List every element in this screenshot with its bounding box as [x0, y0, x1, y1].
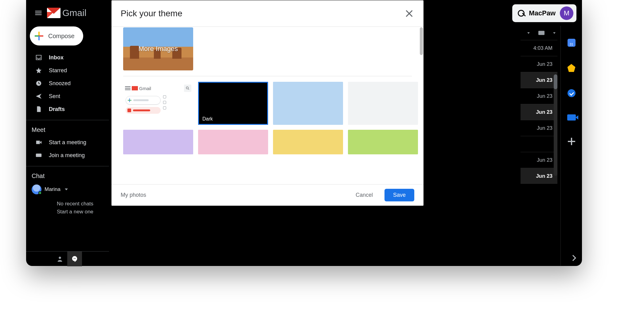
preview-checkbox — [163, 101, 166, 104]
tab-contacts[interactable] — [53, 252, 67, 266]
mail-scrollbar[interactable] — [554, 74, 557, 176]
theme-swatch-wasabi[interactable] — [348, 130, 418, 154]
clock-icon — [35, 80, 42, 87]
theme-grid: GmailDark — [123, 82, 412, 154]
theme-swatch-default[interactable]: Gmail — [123, 82, 193, 125]
mail-row[interactable]: Jun 23 — [521, 152, 557, 168]
svg-point-4 — [186, 87, 188, 89]
org-name: MacPaw — [529, 9, 556, 17]
chat-user-name: Marina — [45, 186, 60, 192]
meet-start-label: Start a meeting — [49, 139, 86, 146]
chat-header: Chat — [26, 166, 109, 182]
gmail-envelope-icon — [132, 86, 138, 90]
mail-row[interactable]: Jun 23 — [521, 168, 557, 184]
tab-phone[interactable] — [82, 252, 97, 266]
svg-rect-3 — [538, 31, 544, 35]
file-icon — [35, 106, 42, 113]
mail-list-column: 4:03 AMJun 23Jun 23Jun 23Jun 23Jun 23Jun… — [521, 26, 557, 184]
brand-text: Gmail — [62, 8, 86, 18]
more-images-tile[interactable]: More Images — [123, 27, 193, 70]
cancel-button[interactable]: Cancel — [353, 189, 376, 201]
inbox-icon — [35, 54, 42, 61]
sidebar-label: Inbox — [49, 54, 64, 61]
mail-row[interactable]: 4:03 AM — [521, 40, 557, 56]
hamburger-icon — [125, 86, 131, 90]
sidebar-item-inbox[interactable]: Inbox — [26, 51, 109, 64]
meet-header: Meet — [26, 120, 109, 136]
add-addon-icon[interactable] — [568, 138, 575, 145]
modal-body: More Images GmailDark — [111, 27, 423, 184]
plus-icon — [35, 32, 43, 40]
mail-row[interactable]: Jun 23 — [521, 56, 557, 72]
collapse-panel-icon[interactable] — [570, 255, 576, 261]
swatch-label: Dark — [202, 116, 213, 122]
theme-swatch-blue[interactable] — [273, 82, 343, 125]
gmail-envelope-icon — [47, 8, 60, 18]
close-button[interactable] — [404, 9, 414, 18]
my-photos-link[interactable]: My photos — [121, 192, 146, 198]
chat-empty-state: No recent chats Start a new one — [26, 194, 109, 216]
preview-brand: Gmail — [139, 86, 151, 91]
star-icon — [35, 67, 42, 74]
sidebar-item-sent[interactable]: Sent — [26, 90, 109, 103]
avatar[interactable]: M — [560, 6, 573, 20]
modal-footer: My photos Cancel Save — [111, 184, 423, 206]
tasks-icon[interactable] — [568, 89, 576, 97]
chevron-down-icon — [65, 188, 68, 190]
divider — [123, 76, 412, 76]
video-icon — [35, 139, 42, 146]
org-logo-icon — [518, 10, 525, 17]
theme-swatch-soft-gray[interactable] — [348, 82, 418, 125]
chat-empty-line1: No recent chats — [57, 200, 109, 208]
meet-start[interactable]: Start a meeting — [26, 136, 109, 149]
sidebar-label: Sent — [49, 93, 60, 100]
meet-icon[interactable] — [567, 114, 576, 121]
modal-header: Pick your theme — [111, 0, 423, 27]
sidebar-label: Drafts — [49, 106, 65, 113]
meet-join[interactable]: Join a meeting — [26, 149, 109, 162]
more-images-label: More Images — [123, 27, 193, 70]
theme-swatch-dark[interactable]: Dark — [198, 82, 268, 125]
hangouts-icon — [71, 256, 78, 262]
compose-button[interactable]: Compose — [30, 26, 83, 46]
presence-dot-icon — [38, 191, 42, 195]
chat-user-row[interactable]: Marina — [26, 182, 109, 194]
mail-row[interactable]: Jun 23 — [521, 88, 557, 104]
account-switcher[interactable]: MacPaw M — [512, 4, 576, 22]
main-menu-button[interactable] — [31, 6, 46, 20]
sidebar-item-starred[interactable]: Starred — [26, 64, 109, 77]
bottom-tabs — [26, 251, 109, 266]
keep-icon[interactable] — [568, 64, 576, 72]
save-button[interactable]: Save — [384, 189, 414, 201]
mail-row[interactable]: Jun 23 — [521, 72, 557, 88]
gmail-logo[interactable]: Gmail — [47, 8, 86, 18]
user-avatar-icon — [32, 184, 41, 194]
theme-swatch-mustard[interactable] — [273, 130, 343, 154]
theme-swatch-rose[interactable] — [198, 130, 268, 154]
preview-inbox-row — [126, 107, 161, 114]
hamburger-icon — [34, 9, 43, 17]
sidebar-item-drafts[interactable]: Drafts — [26, 103, 109, 116]
keyboard-icon — [35, 152, 42, 159]
compose-label: Compose — [48, 33, 75, 40]
sidebar-label: Snoozed — [49, 80, 71, 87]
chevron-down-icon[interactable] — [527, 32, 530, 34]
side-panel: 31 — [560, 26, 582, 266]
sidebar-item-snoozed[interactable]: Snoozed — [26, 77, 109, 90]
tab-hangouts[interactable] — [67, 252, 82, 266]
mail-row[interactable]: Jun 23 — [521, 120, 557, 136]
meet-join-label: Join a meeting — [49, 152, 85, 159]
mail-row[interactable]: Jun 23 — [521, 104, 557, 120]
theme-swatch-lavender[interactable] — [123, 130, 193, 154]
chat-empty-line2: Start a new one — [57, 208, 109, 216]
preview-checkbox — [163, 95, 166, 98]
scrollbar-thumb[interactable] — [554, 74, 557, 89]
modal-scrollbar[interactable] — [420, 27, 423, 55]
keyboard-shortcut-icon[interactable] — [538, 31, 544, 35]
search-icon — [184, 85, 191, 92]
send-icon — [35, 93, 42, 100]
mail-row[interactable] — [521, 136, 557, 152]
svg-rect-1 — [36, 154, 41, 157]
calendar-icon[interactable]: 31 — [568, 39, 576, 47]
chevron-down-icon[interactable] — [553, 32, 556, 34]
